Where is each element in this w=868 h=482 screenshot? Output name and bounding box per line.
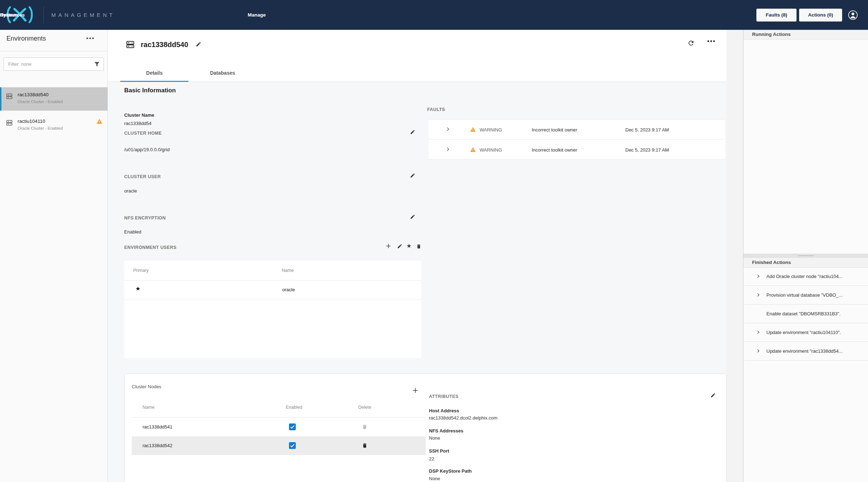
expand-chevron-icon[interactable] [445, 147, 451, 152]
delete-user-trash-icon[interactable] [416, 244, 421, 249]
basic-information-heading: Basic Information [124, 87, 176, 94]
set-primary-star-icon[interactable]: ★ [406, 242, 411, 249]
environment-users-label: ENVIRONMENT USERS [124, 245, 177, 250]
expand-chevron-icon[interactable] [756, 348, 761, 353]
edit-nfs-encryption-pencil-icon[interactable] [410, 214, 415, 219]
finished-action-row[interactable]: Provision virtual database "VDBO_... [743, 286, 868, 305]
environment-status: Oracle Cluster - Enabled [18, 99, 63, 104]
detail-tabs: Details Databases [108, 66, 727, 82]
fault-title: Incorrect toolkit owner [532, 127, 577, 133]
ssh-port-label: SSH Port [429, 448, 449, 454]
host-address-label: Host Address [429, 408, 459, 413]
column-header-delete: Delete [358, 405, 371, 410]
faults-button[interactable]: Faults (8) [756, 9, 797, 22]
sidebar-item-ractiu104110[interactable]: ractiu104110 Oracle Cluster - Enabled [0, 114, 108, 137]
finished-action-row[interactable]: Add Oracle cluster node "ractiu104... [743, 267, 868, 286]
sidebar-filter [4, 57, 104, 71]
delete-node-trash-icon[interactable] [362, 442, 368, 449]
attributes-label: ATTRIBUTES [429, 394, 458, 399]
page-title: rac1338dd540 [141, 41, 188, 49]
environment-detail-view: rac1338dd540 ••• Details Databases Basic… [108, 30, 727, 482]
finished-action-row[interactable]: Update environment "ractiu104110". [743, 323, 868, 342]
enabled-checkbox[interactable] [289, 442, 296, 449]
fault-date: Dec 5, 2023 9:17 AM [625, 127, 669, 133]
sidebar-overflow-menu-icon[interactable]: ••• [86, 35, 95, 42]
finished-action-label: Enable dataset "DBOMSRB331B3". [766, 311, 865, 316]
panel-splitter-handle[interactable] [743, 254, 868, 258]
add-user-plus-icon[interactable] [385, 243, 392, 249]
cluster-name-value: rac1338dd54 [124, 121, 151, 126]
finished-action-label: Provision virtual database "VDBO_... [766, 292, 865, 298]
faults-section-label: FAULTS [427, 107, 445, 112]
tab-databases[interactable]: Databases [188, 66, 257, 82]
fault-title: Incorrect toolkit owner [532, 147, 577, 153]
tab-details[interactable]: Details [120, 66, 188, 82]
column-header-enabled: Enabled [286, 405, 302, 410]
cluster-nodes-label: Cluster Nodes [132, 384, 161, 389]
enabled-checkbox[interactable] [289, 423, 296, 430]
nav-help[interactable]: Help [0, 0, 10, 30]
edit-user-pencil-icon[interactable] [397, 244, 402, 249]
environment-name: ractiu104110 [18, 119, 45, 124]
environment-filter-input[interactable] [4, 58, 103, 70]
cluster-name-label: Cluster Name [124, 112, 154, 118]
warning-icon [470, 147, 476, 153]
finished-actions-header: Finished Actions [743, 258, 868, 268]
sidebar-item-rac1338dd540[interactable]: rac1338dd540 Oracle Cluster - Enabled [0, 87, 108, 111]
top-navigation-bar: MANAGEMENT Manage Resources System Help … [0, 0, 868, 30]
actions-button[interactable]: Actions (0) [799, 9, 842, 22]
cluster-node-row[interactable]: rac1338dd542 [132, 436, 426, 455]
edit-cluster-user-pencil-icon[interactable] [410, 173, 415, 178]
edit-attributes-pencil-icon[interactable] [710, 393, 716, 398]
expand-chevron-icon[interactable] [756, 292, 761, 297]
main-scroll-gutter [727, 30, 743, 482]
primary-star-icon: ★ [135, 285, 140, 292]
node-name-cell: rac1338dd541 [143, 424, 172, 430]
nfs-encryption-label: NFS ENCRYPTION [124, 215, 166, 221]
nav-manage[interactable]: Manage [248, 0, 266, 30]
cluster-user-label: CLUSTER USER [124, 174, 161, 179]
cluster-node-row[interactable]: rac1338dd541 [132, 418, 426, 436]
cluster-home-value: /u01/app/19.0.0.0/grid [124, 147, 170, 152]
environment-overflow-menu-icon[interactable]: ••• [707, 38, 716, 45]
cluster-home-label: CLUSTER HOME [124, 131, 162, 136]
fault-row[interactable]: WARNING Incorrect toolkit owner Dec 5, 2… [429, 139, 725, 159]
dsp-keystore-path-value: None [429, 476, 440, 481]
nfs-addresses-value: None [429, 435, 440, 441]
refresh-icon[interactable] [687, 40, 695, 47]
edit-title-pencil-icon[interactable] [196, 41, 201, 47]
logo-separator [43, 6, 44, 23]
user-name-cell: oracle [282, 287, 295, 292]
sidebar-divider [0, 51, 108, 51]
finished-action-label: Add Oracle cluster node "ractiu104... [766, 274, 865, 279]
column-header-name: Name [143, 405, 154, 410]
environment-users-table: Primary Name ★ oracle [124, 261, 421, 358]
environment-cluster-icon [6, 119, 13, 126]
finished-action-label: Update environment "rac1338dd54... [766, 348, 865, 354]
delete-node-trash-icon[interactable] [362, 424, 368, 430]
actions-side-panel: Running Actions Finished Actions Add Ora… [743, 30, 868, 482]
environment-cluster-icon [6, 93, 13, 100]
user-avatar-icon[interactable] [848, 10, 858, 20]
fault-severity: WARNING [480, 147, 502, 153]
finished-action-label: Update environment "ractiu104110". [766, 330, 865, 335]
filter-funnel-icon[interactable] [94, 61, 100, 67]
dsp-keystore-path-label: DSP KeyStore Path [429, 468, 472, 474]
finished-action-row[interactable]: Enable dataset "DBOMSRB331B3". [743, 305, 868, 323]
add-node-plus-icon[interactable] [412, 387, 419, 394]
environment-name: rac1338dd540 [18, 92, 48, 97]
faults-list: WARNING Incorrect toolkit owner Dec 5, 2… [429, 119, 725, 159]
nfs-encryption-value: Enabled [124, 229, 141, 235]
finished-action-row[interactable]: Update environment "rac1338dd54... [743, 342, 868, 361]
running-actions-header: Running Actions [743, 30, 868, 40]
warning-icon [470, 126, 476, 133]
splitter-grip-icon [798, 255, 813, 256]
expand-chevron-icon[interactable] [756, 330, 761, 335]
expand-chevron-icon[interactable] [756, 274, 761, 279]
host-address-value: rac1338dd542.dcol2.delphix.com [429, 415, 498, 421]
environment-cluster-icon [125, 40, 136, 49]
expand-chevron-icon[interactable] [445, 126, 451, 132]
edit-cluster-home-pencil-icon[interactable] [410, 129, 415, 135]
fault-row[interactable]: WARNING Incorrect toolkit owner Dec 5, 2… [429, 120, 725, 139]
sidebar-title: Environments [6, 35, 46, 42]
